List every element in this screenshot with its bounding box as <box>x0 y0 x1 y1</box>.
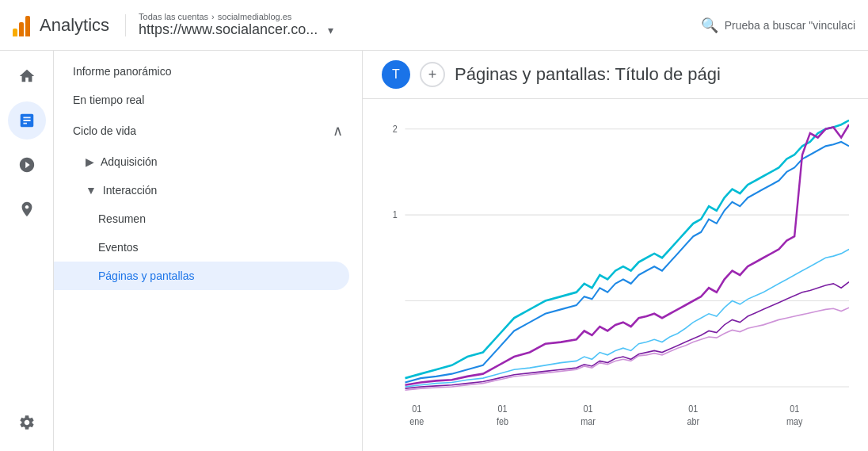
sidebar-item-adquisicion[interactable]: ▶ Adquisición <box>54 147 362 176</box>
breadcrumb-all-accounts[interactable]: Todas las cuentas <box>139 12 208 21</box>
nav-settings[interactable] <box>8 403 46 441</box>
breadcrumb-area: Todas las cuentas › socialmediablog.es h… <box>139 12 338 38</box>
svg-text:01: 01 <box>497 404 507 415</box>
breadcrumb-domain[interactable]: socialmediablog.es <box>218 12 292 21</box>
line-chart: 2 1 01 ene 01 feb <box>382 112 849 438</box>
svg-text:mar: mar <box>581 416 596 426</box>
search-hint-text[interactable]: Prueba a buscar "vinculaci <box>725 19 855 32</box>
svg-text:may: may <box>786 416 803 426</box>
search-icon: 🔍 <box>701 17 718 34</box>
svg-text:2: 2 <box>393 124 398 135</box>
sidebar-item-resumen[interactable]: Resumen <box>54 204 362 233</box>
breadcrumb-top: Todas las cuentas › socialmediablog.es <box>139 12 338 21</box>
nav-home[interactable] <box>8 57 46 95</box>
sidebar: Informe panorámico En tiempo real Ciclo … <box>54 51 363 451</box>
ciclo-de-vida-collapse-icon: ∧ <box>333 122 343 140</box>
svg-text:feb: feb <box>497 416 508 426</box>
sidebar-item-eventos[interactable]: Eventos <box>54 233 362 262</box>
sidebar-section-ciclo-de-vida[interactable]: Ciclo de vida ∧ <box>54 114 362 147</box>
nav-activity[interactable] <box>8 146 46 184</box>
sidebar-item-interaccion[interactable]: ▼ Interacción <box>54 176 362 204</box>
search-area: 🔍 Prueba a buscar "vinculaci <box>701 17 855 34</box>
logo-text: Analytics <box>40 15 109 36</box>
svg-text:01: 01 <box>584 404 593 415</box>
add-tab-button[interactable]: + <box>420 62 445 87</box>
analytics-logo-icon <box>13 14 30 36</box>
adquisicion-expand-arrow: ▶ <box>86 155 94 168</box>
breadcrumb-url[interactable]: https://www.socialancer.co... <box>139 21 318 38</box>
nav-rail <box>0 51 54 451</box>
svg-text:01: 01 <box>688 404 698 415</box>
main-body: Informe panorámico En tiempo real Ciclo … <box>0 51 868 451</box>
nav-reports[interactable] <box>8 101 46 140</box>
property-dropdown-button[interactable]: ▾ <box>322 22 338 38</box>
svg-text:ene: ene <box>409 416 424 426</box>
svg-text:abr: abr <box>687 416 700 426</box>
content-header: T + Páginas y pantallas: Título de pági <box>363 51 868 99</box>
breadcrumb-chevron: › <box>211 12 215 21</box>
chart-container: 2 1 01 ene 01 feb <box>363 99 868 451</box>
sidebar-item-informe-panoramico[interactable]: Informe panorámico <box>54 57 362 86</box>
svg-text:01: 01 <box>790 404 799 415</box>
content-area: T + Páginas y pantallas: Título de pági … <box>363 51 868 451</box>
breadcrumb-url-row: https://www.socialancer.co... ▾ <box>139 21 338 38</box>
svg-text:1: 1 <box>393 210 398 220</box>
page-title: Páginas y pantallas: Título de pági <box>455 64 721 85</box>
interaccion-collapse-arrow: ▼ <box>86 184 97 197</box>
sidebar-item-en-tiempo-real[interactable]: En tiempo real <box>54 86 362 114</box>
sidebar-item-paginas-y-pantallas[interactable]: Páginas y pantallas <box>54 262 349 290</box>
top-header: Analytics Todas las cuentas › socialmedi… <box>0 0 868 51</box>
svg-text:01: 01 <box>412 404 421 415</box>
avatar-t[interactable]: T <box>382 60 410 89</box>
logo-area: Analytics <box>13 14 126 36</box>
nav-explore[interactable] <box>8 190 46 228</box>
